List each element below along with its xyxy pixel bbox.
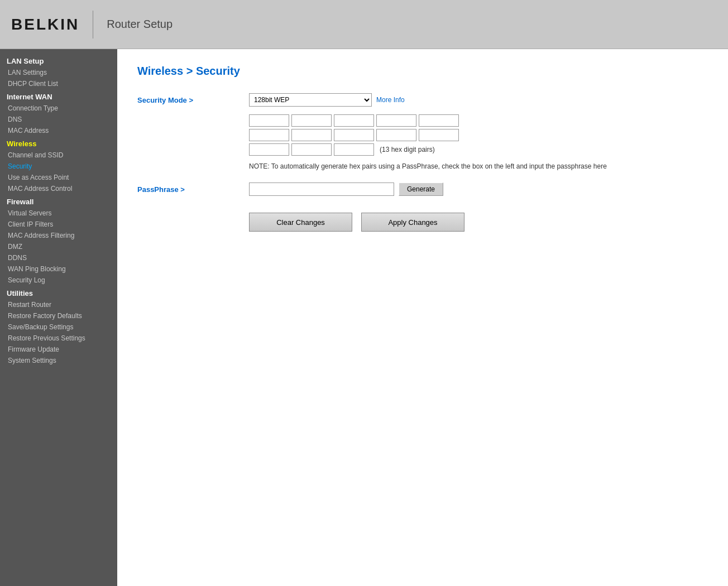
header-divider xyxy=(93,11,93,39)
wep-input-2-1[interactable] xyxy=(249,129,289,141)
sidebar-section-undefined[interactable]: Wireless xyxy=(0,136,117,150)
sidebar: LAN SetupLAN SettingsDHCP Client ListInt… xyxy=(0,49,117,586)
header-title: Router Setup xyxy=(107,18,173,31)
sidebar-item-mac-address[interactable]: MAC Address xyxy=(0,125,117,136)
sidebar-item-lan-settings[interactable]: LAN Settings xyxy=(0,67,117,78)
sidebar-item-connection-type[interactable]: Connection Type xyxy=(0,103,117,114)
wep-row-2 xyxy=(249,129,708,141)
belkin-logo: BELKIN xyxy=(11,16,79,33)
more-info-link[interactable]: More Info xyxy=(376,96,405,104)
sidebar-header-internet-wan: Internet WAN xyxy=(0,89,117,103)
wep-hint: (13 hex digit pairs) xyxy=(380,146,435,153)
generate-button[interactable]: Generate xyxy=(399,182,443,196)
sidebar-item-dns[interactable]: DNS xyxy=(0,114,117,125)
wep-note: NOTE: To automatically generate hex pair… xyxy=(249,161,629,171)
page-title: Wireless > Security xyxy=(137,65,708,78)
clear-changes-button[interactable]: Clear Changes xyxy=(249,213,352,232)
sidebar-item-dmz[interactable]: DMZ xyxy=(0,241,117,252)
sidebar-header-firewall: Firewall xyxy=(0,194,117,208)
sidebar-item-ddns[interactable]: DDNS xyxy=(0,252,117,263)
sidebar-item-wan-ping-blocking[interactable]: WAN Ping Blocking xyxy=(0,263,117,275)
sidebar-item-firmware-update[interactable]: Firmware Update xyxy=(0,344,117,355)
sidebar-item-access-point[interactable]: Use as Access Point xyxy=(0,172,117,183)
security-mode-select[interactable]: Disabled64bit WEP128bit WEPWPA-PSKWPA2-P… xyxy=(249,93,372,107)
wep-input-1-3[interactable] xyxy=(334,114,374,127)
wep-input-2-3[interactable] xyxy=(334,129,374,141)
wep-input-1-5[interactable] xyxy=(419,114,459,127)
wep-input-3-1[interactable] xyxy=(249,143,289,156)
wep-input-1-4[interactable] xyxy=(376,114,416,127)
wep-input-1-1[interactable] xyxy=(249,114,289,127)
sidebar-item-save-backup-settings[interactable]: Save/Backup Settings xyxy=(0,321,117,333)
sidebar-item-client-ip-filters[interactable]: Client IP Filters xyxy=(0,219,117,230)
apply-changes-button[interactable]: Apply Changes xyxy=(361,213,464,232)
passphrase-row: PassPhrase > Generate xyxy=(137,182,708,196)
sidebar-item-mac-address-control[interactable]: MAC Address Control xyxy=(0,183,117,194)
main-content: Wireless > Security Security Mode > Disa… xyxy=(117,49,728,586)
header: BELKIN Router Setup xyxy=(0,0,728,49)
sidebar-item-channel-ssid[interactable]: Channel and SSID xyxy=(0,150,117,161)
wep-grid: (13 hex digit pairs) xyxy=(249,114,708,156)
sidebar-item-mac-address-filtering[interactable]: MAC Address Filtering xyxy=(0,230,117,241)
sidebar-item-security-log[interactable]: Security Log xyxy=(0,275,117,286)
passphrase-input[interactable] xyxy=(249,182,394,196)
wep-input-2-4[interactable] xyxy=(376,129,416,141)
sidebar-item-dhcp-client-list[interactable]: DHCP Client List xyxy=(0,78,117,89)
sidebar-item-restart-router[interactable]: Restart Router xyxy=(0,299,117,310)
sidebar-item-restore-previous-settings[interactable]: Restore Previous Settings xyxy=(0,333,117,344)
wep-input-3-3[interactable] xyxy=(334,143,374,156)
security-mode-row: Security Mode > Disabled64bit WEP128bit … xyxy=(137,93,708,107)
sidebar-item-security[interactable]: Security xyxy=(0,161,117,172)
wep-input-3-2[interactable] xyxy=(291,143,332,156)
wep-input-2-2[interactable] xyxy=(291,129,332,141)
layout: LAN SetupLAN SettingsDHCP Client ListInt… xyxy=(0,49,728,586)
wep-row-1 xyxy=(249,114,708,127)
sidebar-header-utilities: Utilities xyxy=(0,286,117,299)
sidebar-item-restore-factory-defaults[interactable]: Restore Factory Defaults xyxy=(0,310,117,321)
sidebar-item-virtual-servers[interactable]: Virtual Servers xyxy=(0,208,117,219)
sidebar-header-lan-setup: LAN Setup xyxy=(0,54,117,67)
security-mode-label: Security Mode > xyxy=(137,96,249,104)
sidebar-item-system-settings[interactable]: System Settings xyxy=(0,355,117,366)
wep-input-2-5[interactable] xyxy=(419,129,459,141)
wep-row-3: (13 hex digit pairs) xyxy=(249,143,708,156)
passphrase-label: PassPhrase > xyxy=(137,185,249,194)
action-buttons: Clear Changes Apply Changes xyxy=(249,213,708,232)
wep-input-1-2[interactable] xyxy=(291,114,332,127)
